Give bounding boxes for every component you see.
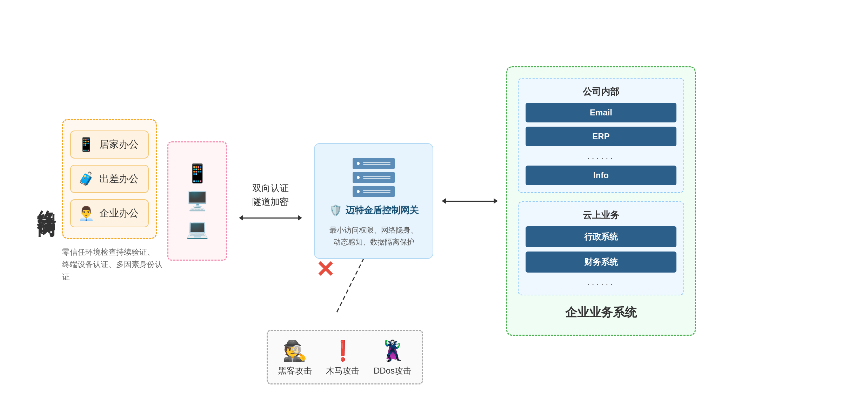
server-lines-2: [363, 176, 390, 179]
hacker-label: 黑客攻击: [278, 365, 312, 376]
trojan-icon: ❗: [330, 339, 355, 362]
arrow-label-auth: 双向认证 隧道加密: [252, 181, 289, 209]
server-line-3b: [363, 192, 390, 193]
service-buttons-top: Email ERP ...... Info: [526, 103, 676, 185]
shield-icon: 🛡️: [329, 204, 342, 216]
gateway-title: 迈特金盾控制网关: [346, 204, 419, 216]
terminal-box-travel: 🧳 出差办公: [70, 165, 149, 193]
travel-office-label: 出差办公: [99, 172, 139, 186]
terminal-box-enterprise: 👨‍💼 企业办公: [70, 199, 149, 227]
terminal-label: 终端访问: [34, 195, 59, 207]
server-line: [363, 162, 390, 163]
travel-office-icon: 🧳: [78, 171, 94, 187]
company-internal-title: 公司内部: [526, 86, 676, 98]
server-dot-3: [357, 190, 360, 193]
server-dot-2: [357, 176, 360, 179]
laptop-device-icon: 💻: [186, 218, 209, 240]
server-lines: [363, 162, 390, 165]
cloud-business-title: 云上业务: [526, 209, 676, 221]
desktop-device-icon: 🖥️: [186, 190, 209, 212]
server-dot: [357, 162, 360, 165]
hacker-icon: 🕵️: [283, 339, 307, 362]
arrow-right-head: [298, 215, 302, 221]
terminal-boxes-area: 📱 居家办公 🧳 出差办公 👨‍💼 企业办公: [62, 119, 157, 239]
enterprise-section: 公司内部 Email ERP ...... Info 云上业务 行政系统 财务系…: [506, 66, 696, 336]
server-unit-2: [353, 172, 395, 183]
right-arrow-left-head: [442, 198, 446, 204]
mobile-device-icon: 📱: [186, 163, 209, 184]
right-arrow-shaft: [446, 201, 494, 202]
main-layout: 终端访问 📱 居家办公 🧳 出差办公 👨‍💼 企业办公 零信任环境检查持续验证、…: [31, 26, 837, 376]
server-line-2: [363, 176, 390, 177]
server-line-2b: [363, 178, 390, 179]
arrow-left-head: [239, 215, 243, 221]
server-unit-3: [353, 186, 395, 197]
terminal-box-home: 📱 居家办公: [70, 130, 149, 159]
enterprise-office-label: 企业办公: [99, 207, 139, 220]
right-arrow-right-head: [494, 198, 498, 204]
trojan-attack-item: ❗ 木马攻击: [326, 339, 360, 376]
email-button: Email: [526, 103, 676, 122]
middle-arrow-section: 双向认证 隧道加密: [235, 181, 306, 221]
device-section: 📱 🖥️ 💻: [167, 141, 227, 261]
bottom-dots: ......: [526, 277, 676, 288]
finance-system-button: 财务系统: [526, 252, 676, 273]
terminal-note: 零信任环境检查持续验证、 终端设备认证、多因素身份认证: [62, 246, 164, 283]
service-buttons-bottom: 行政系统 财务系统 ......: [526, 226, 676, 288]
right-arrow-section: [442, 198, 498, 204]
enterprise-office-icon: 👨‍💼: [78, 206, 94, 221]
enterprise-footer-title: 企业业务系统: [518, 304, 684, 321]
home-office-icon: 📱: [78, 137, 94, 152]
server-icon-group: [353, 158, 395, 197]
gateway-section: 🛡️ 迈特金盾控制网关 最小访问权限、网络隐身、动态感知、数据隔离保护: [314, 143, 433, 259]
arrow-shaft: [243, 217, 298, 219]
home-office-label: 居家办公: [99, 138, 139, 151]
info-button: Info: [526, 166, 676, 185]
erp-button: ERP: [526, 127, 676, 146]
top-dots: ......: [526, 150, 676, 161]
right-bidirectional-arrow: [442, 198, 498, 204]
trojan-label: 木马攻击: [326, 365, 360, 376]
gateway-desc: 最小访问权限、网络隐身、动态感知、数据隔离保护: [329, 224, 419, 248]
ddos-attack-item: 🦹 DDos攻击: [374, 339, 412, 376]
ddos-icon: 🦹: [380, 339, 405, 362]
cloud-business-section: 云上业务 行政系统 财务系统 ......: [518, 201, 684, 295]
gateway-title-row: 🛡️ 迈特金盾控制网关: [329, 204, 419, 216]
hacker-attack-item: 🕵️ 黑客攻击: [278, 339, 312, 376]
diagram-container: ✕ 终端访问 📱 居家办公 🧳 出差办公 👨‍💼 企业办公: [0, 0, 868, 402]
admin-system-button: 行政系统: [526, 226, 676, 247]
server-unit-1: [353, 158, 395, 169]
company-internal-section: 公司内部 Email ERP ...... Info: [518, 78, 684, 193]
terminal-section: 终端访问 📱 居家办公 🧳 出差办公 👨‍💼 企业办公 零信任环境检查持续验证、…: [31, 78, 164, 324]
attack-section: 🕵️ 黑客攻击 ❗ 木马攻击 🦹 DDos攻击: [267, 330, 423, 384]
server-line-3: [363, 190, 390, 191]
bidirectional-arrow: [239, 215, 302, 221]
ddos-label: DDos攻击: [374, 365, 412, 376]
server-line: [363, 164, 390, 165]
attack-icons-row: 🕵️ 黑客攻击 ❗ 木马攻击 🦹 DDos攻击: [278, 339, 412, 376]
server-lines-3: [363, 190, 390, 193]
